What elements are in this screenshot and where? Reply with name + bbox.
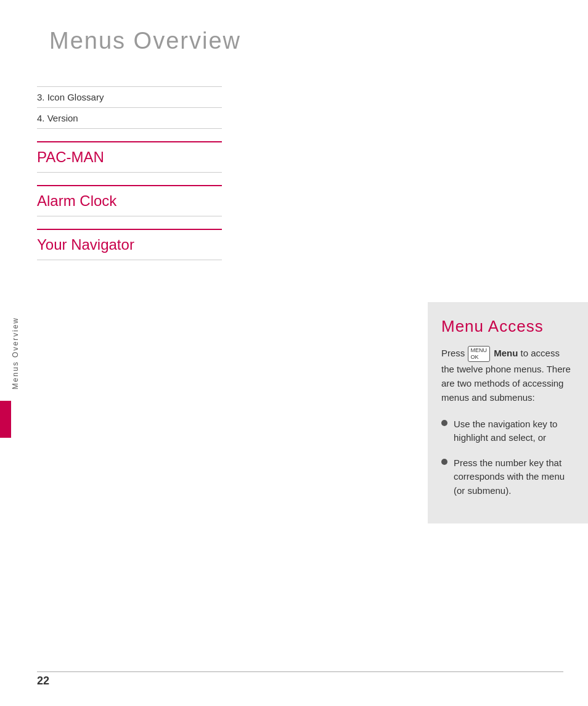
menu-section-pacman: PAC-MAN — [37, 141, 222, 173]
list-item: Press the number key that corresponds wi… — [441, 456, 574, 498]
info-box-title: Menu Access — [441, 317, 574, 336]
page-number: 22 — [37, 675, 49, 688]
menu-section-title: Your Navigator — [37, 229, 222, 260]
list-item: Use the navigation key to highlight and … — [441, 417, 574, 445]
sidebar-text: Menus Overview — [11, 317, 20, 389]
list-item: 3. Icon Glossary — [37, 86, 222, 108]
menu-section-title: Alarm Clock — [37, 185, 222, 216]
sidebar-pink-bar — [0, 401, 11, 438]
menu-word: Menu — [494, 348, 518, 358]
page-title: Menus Overview — [49, 28, 241, 54]
bullet-dot — [441, 420, 447, 426]
page-container: Menus Overview Menus Overview 3. Icon Gl… — [0, 0, 588, 706]
menu-section-navigator: Your Navigator — [37, 229, 222, 260]
bullet-dot — [441, 459, 447, 465]
menu-section-alarmclock: Alarm Clock — [37, 185, 222, 216]
info-box-body: Press MENUOK Menu to access the twelve p… — [441, 346, 574, 405]
menu-key-badge: MENUOK — [468, 346, 491, 362]
menu-numbered-list: 3. Icon Glossary 4. Version PAC-MAN Alar… — [37, 86, 222, 260]
list-item: 4. Version — [37, 108, 222, 129]
bullet-text: Use the navigation key to highlight and … — [454, 417, 574, 445]
press-label: Press — [441, 348, 465, 358]
info-box: Menu Access Press MENUOK Menu to access … — [428, 302, 588, 523]
menu-section-title: PAC-MAN — [37, 141, 222, 173]
sidebar-label: Menus Overview — [0, 0, 31, 706]
bullet-list: Use the navigation key to highlight and … — [441, 417, 574, 498]
bottom-divider — [37, 671, 563, 672]
bullet-text: Press the number key that corresponds wi… — [454, 456, 574, 498]
